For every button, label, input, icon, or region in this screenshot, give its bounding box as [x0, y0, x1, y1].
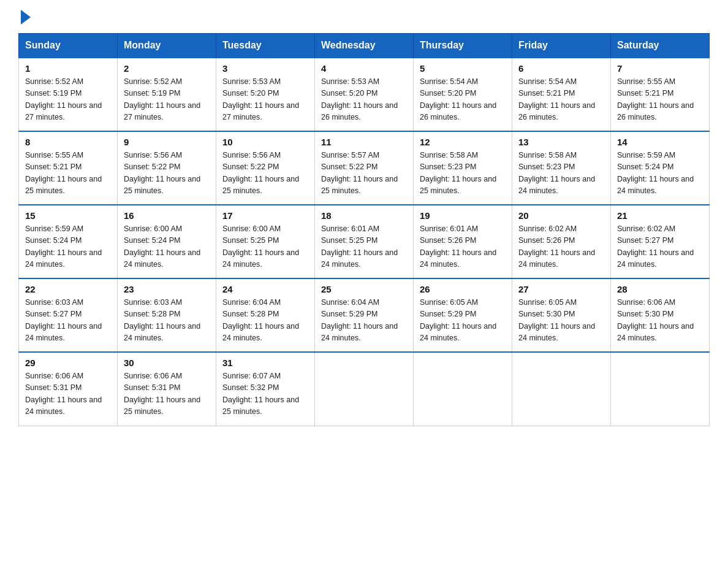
day-info: Sunrise: 5:54 AM Sunset: 5:20 PM Dayligh…	[420, 76, 506, 124]
calendar-day-cell	[611, 352, 710, 426]
calendar-day-cell: 11 Sunrise: 5:57 AM Sunset: 5:22 PM Dayl…	[315, 131, 414, 205]
calendar-day-cell: 30 Sunrise: 6:06 AM Sunset: 5:31 PM Dayl…	[118, 352, 216, 426]
day-info: Sunrise: 6:04 AM Sunset: 5:29 PM Dayligh…	[321, 297, 407, 345]
day-number: 10	[222, 137, 308, 147]
day-number: 30	[124, 358, 210, 368]
calendar-day-cell: 12 Sunrise: 5:58 AM Sunset: 5:23 PM Dayl…	[414, 131, 512, 205]
calendar-day-cell: 4 Sunrise: 5:53 AM Sunset: 5:20 PM Dayli…	[315, 58, 414, 131]
day-info: Sunrise: 5:59 AM Sunset: 5:24 PM Dayligh…	[617, 150, 703, 197]
logo-arrow-icon	[21, 10, 31, 25]
calendar-day-cell: 27 Sunrise: 6:05 AM Sunset: 5:30 PM Dayl…	[512, 278, 611, 352]
calendar-day-cell: 31 Sunrise: 6:07 AM Sunset: 5:32 PM Dayl…	[216, 352, 315, 426]
day-number: 28	[617, 284, 703, 294]
day-info: Sunrise: 6:03 AM Sunset: 5:27 PM Dayligh…	[25, 297, 111, 345]
day-info: Sunrise: 5:54 AM Sunset: 5:21 PM Dayligh…	[518, 76, 604, 124]
calendar-day-cell: 17 Sunrise: 6:00 AM Sunset: 5:25 PM Dayl…	[216, 205, 315, 278]
day-info: Sunrise: 5:53 AM Sunset: 5:20 PM Dayligh…	[321, 76, 407, 124]
calendar-day-cell: 2 Sunrise: 5:52 AM Sunset: 5:19 PM Dayli…	[118, 58, 216, 131]
calendar-day-cell: 10 Sunrise: 5:56 AM Sunset: 5:22 PM Dayl…	[216, 131, 315, 205]
col-header-friday: Friday	[512, 34, 611, 58]
day-info: Sunrise: 6:07 AM Sunset: 5:32 PM Dayligh…	[222, 370, 308, 418]
calendar-day-cell: 9 Sunrise: 5:56 AM Sunset: 5:22 PM Dayli…	[118, 131, 216, 205]
day-number: 2	[124, 63, 210, 74]
day-number: 8	[25, 137, 111, 147]
calendar-day-cell: 26 Sunrise: 6:05 AM Sunset: 5:29 PM Dayl…	[414, 278, 512, 352]
day-number: 23	[124, 284, 210, 294]
calendar-day-cell: 1 Sunrise: 5:52 AM Sunset: 5:19 PM Dayli…	[19, 58, 118, 131]
day-info: Sunrise: 6:00 AM Sunset: 5:25 PM Dayligh…	[222, 223, 308, 271]
calendar-day-cell: 24 Sunrise: 6:04 AM Sunset: 5:28 PM Dayl…	[216, 278, 315, 352]
col-header-wednesday: Wednesday	[315, 34, 414, 58]
col-header-saturday: Saturday	[611, 34, 710, 58]
day-info: Sunrise: 5:55 AM Sunset: 5:21 PM Dayligh…	[25, 150, 111, 197]
day-number: 7	[617, 63, 703, 74]
calendar-day-cell: 25 Sunrise: 6:04 AM Sunset: 5:29 PM Dayl…	[315, 278, 414, 352]
calendar-week-row: 15 Sunrise: 5:59 AM Sunset: 5:24 PM Dayl…	[19, 205, 710, 278]
day-info: Sunrise: 6:06 AM Sunset: 5:30 PM Dayligh…	[617, 297, 703, 345]
day-number: 27	[518, 284, 604, 294]
logo	[18, 12, 31, 21]
day-number: 22	[25, 284, 111, 294]
day-info: Sunrise: 6:02 AM Sunset: 5:26 PM Dayligh…	[518, 223, 604, 271]
day-number: 26	[420, 284, 506, 294]
day-number: 1	[25, 63, 111, 74]
day-number: 31	[222, 358, 308, 368]
calendar-day-cell: 3 Sunrise: 5:53 AM Sunset: 5:20 PM Dayli…	[216, 58, 315, 131]
calendar-day-cell	[414, 352, 512, 426]
day-info: Sunrise: 5:52 AM Sunset: 5:19 PM Dayligh…	[124, 76, 210, 124]
day-info: Sunrise: 5:56 AM Sunset: 5:22 PM Dayligh…	[222, 150, 308, 197]
col-header-tuesday: Tuesday	[216, 34, 315, 58]
calendar-table: SundayMondayTuesdayWednesdayThursdayFrid…	[18, 33, 710, 426]
day-number: 14	[617, 137, 703, 147]
day-info: Sunrise: 6:01 AM Sunset: 5:25 PM Dayligh…	[321, 223, 407, 271]
day-info: Sunrise: 5:58 AM Sunset: 5:23 PM Dayligh…	[420, 150, 506, 197]
day-info: Sunrise: 6:04 AM Sunset: 5:28 PM Dayligh…	[222, 297, 308, 345]
calendar-day-cell: 21 Sunrise: 6:02 AM Sunset: 5:27 PM Dayl…	[611, 205, 710, 278]
day-info: Sunrise: 6:05 AM Sunset: 5:30 PM Dayligh…	[518, 297, 604, 345]
calendar-day-cell: 6 Sunrise: 5:54 AM Sunset: 5:21 PM Dayli…	[512, 58, 611, 131]
day-number: 13	[518, 137, 604, 147]
page-header	[18, 12, 710, 21]
calendar-day-cell: 7 Sunrise: 5:55 AM Sunset: 5:21 PM Dayli…	[611, 58, 710, 131]
day-number: 4	[321, 63, 407, 74]
calendar-week-row: 29 Sunrise: 6:06 AM Sunset: 5:31 PM Dayl…	[19, 352, 710, 426]
calendar-week-row: 8 Sunrise: 5:55 AM Sunset: 5:21 PM Dayli…	[19, 131, 710, 205]
day-info: Sunrise: 6:01 AM Sunset: 5:26 PM Dayligh…	[420, 223, 506, 271]
day-info: Sunrise: 5:52 AM Sunset: 5:19 PM Dayligh…	[25, 76, 111, 124]
day-number: 29	[25, 358, 111, 368]
day-info: Sunrise: 6:06 AM Sunset: 5:31 PM Dayligh…	[25, 370, 111, 418]
day-number: 11	[321, 137, 407, 147]
col-header-thursday: Thursday	[414, 34, 512, 58]
calendar-week-row: 22 Sunrise: 6:03 AM Sunset: 5:27 PM Dayl…	[19, 278, 710, 352]
day-number: 20	[518, 210, 604, 221]
calendar-day-cell: 18 Sunrise: 6:01 AM Sunset: 5:25 PM Dayl…	[315, 205, 414, 278]
calendar-day-cell: 5 Sunrise: 5:54 AM Sunset: 5:20 PM Dayli…	[414, 58, 512, 131]
day-number: 5	[420, 63, 506, 74]
day-info: Sunrise: 5:59 AM Sunset: 5:24 PM Dayligh…	[25, 223, 111, 271]
day-number: 25	[321, 284, 407, 294]
calendar-day-cell: 13 Sunrise: 5:58 AM Sunset: 5:23 PM Dayl…	[512, 131, 611, 205]
day-info: Sunrise: 6:05 AM Sunset: 5:29 PM Dayligh…	[420, 297, 506, 345]
day-number: 24	[222, 284, 308, 294]
col-header-sunday: Sunday	[19, 34, 118, 58]
day-number: 18	[321, 210, 407, 221]
day-number: 19	[420, 210, 506, 221]
day-info: Sunrise: 5:53 AM Sunset: 5:20 PM Dayligh…	[222, 76, 308, 124]
calendar-day-cell	[512, 352, 611, 426]
day-info: Sunrise: 6:02 AM Sunset: 5:27 PM Dayligh…	[617, 223, 703, 271]
calendar-day-cell: 16 Sunrise: 6:00 AM Sunset: 5:24 PM Dayl…	[118, 205, 216, 278]
day-info: Sunrise: 6:03 AM Sunset: 5:28 PM Dayligh…	[124, 297, 210, 345]
day-number: 3	[222, 63, 308, 74]
calendar-day-cell: 28 Sunrise: 6:06 AM Sunset: 5:30 PM Dayl…	[611, 278, 710, 352]
calendar-day-cell: 23 Sunrise: 6:03 AM Sunset: 5:28 PM Dayl…	[118, 278, 216, 352]
day-info: Sunrise: 5:55 AM Sunset: 5:21 PM Dayligh…	[617, 76, 703, 124]
calendar-week-row: 1 Sunrise: 5:52 AM Sunset: 5:19 PM Dayli…	[19, 58, 710, 131]
day-number: 6	[518, 63, 604, 74]
calendar-day-cell: 14 Sunrise: 5:59 AM Sunset: 5:24 PM Dayl…	[611, 131, 710, 205]
col-header-monday: Monday	[118, 34, 216, 58]
calendar-day-cell	[315, 352, 414, 426]
day-number: 17	[222, 210, 308, 221]
day-info: Sunrise: 6:00 AM Sunset: 5:24 PM Dayligh…	[124, 223, 210, 271]
day-info: Sunrise: 5:57 AM Sunset: 5:22 PM Dayligh…	[321, 150, 407, 197]
calendar-day-cell: 29 Sunrise: 6:06 AM Sunset: 5:31 PM Dayl…	[19, 352, 118, 426]
